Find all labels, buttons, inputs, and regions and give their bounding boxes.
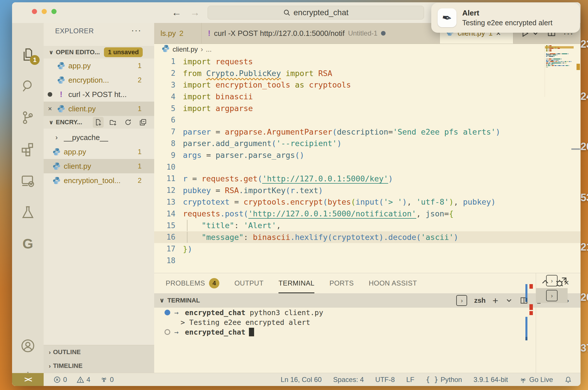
modified-dot-icon[interactable] — [381, 31, 386, 36]
launch-profile-chevron-icon[interactable] — [505, 296, 513, 304]
refresh-icon[interactable] — [123, 117, 134, 128]
line-number: 8 — [154, 139, 183, 148]
terminal-title[interactable]: ∨ TERMINAL — [154, 297, 200, 304]
prompt-directory: encrypted_chat — [185, 328, 245, 336]
line-number: 3 — [154, 81, 183, 89]
warning-file-icon: ! — [56, 90, 66, 99]
status-item-icon[interactable] — [564, 376, 572, 383]
breadcrumb[interactable]: client.py › ... — [154, 44, 581, 55]
breadcrumb-symbol: ... — [206, 45, 212, 53]
panel-tab-terminal[interactable]: TERMINAL — [278, 273, 314, 293]
problem-count-badge: 1 — [138, 105, 142, 113]
chevron-right-icon: › — [49, 363, 51, 369]
status-label: LF — [406, 376, 414, 384]
code-line-17: 17}) — [154, 243, 581, 255]
code-text: "title": 'Alert', — [183, 221, 281, 230]
minimap-line — [546, 59, 571, 59]
problem-count-badge: 1 — [138, 148, 142, 156]
file-row-curl-X-POST-ht-[interactable]: !curl -X POST ht... — [44, 87, 154, 102]
file-row-encryption-[interactable]: encryption...2 — [44, 73, 154, 87]
panel-tab-problems[interactable]: PROBLEMS4 — [166, 273, 219, 293]
minimap-line — [546, 61, 571, 62]
panel-tab-hoon-assist[interactable]: HOON ASSIST — [369, 273, 417, 293]
code-line-9: 9args = parser.parse_args() — [154, 149, 581, 161]
macos-notification[interactable]: ✒ Alert Testing e2ee encrypted alert — [431, 3, 580, 33]
status-item-go-live[interactable]: Go Live — [519, 376, 553, 384]
terminal-line: > Testing e2ee encrypted alert — [154, 317, 581, 327]
problem-count-badge: 1 — [138, 62, 142, 70]
remote-indicator[interactable]: >< — [12, 373, 44, 386]
code-line-18: 18 — [154, 255, 581, 267]
warning-icon: ! — [208, 29, 210, 38]
new-terminal-button[interactable]: + — [492, 295, 498, 306]
braces-icon: { } — [426, 376, 438, 384]
editor-tab-curl[interactable]: !curl -X POST http://127.0.0.1:5000/noti… — [202, 23, 440, 44]
line-number: 15 — [154, 221, 183, 230]
file-row--pycache-[interactable]: ›__pycache__ — [44, 130, 154, 145]
code-text: import binascii — [183, 92, 253, 101]
close-editor-icon[interactable]: × — [44, 105, 56, 113]
chevron-right-icon: › — [201, 45, 203, 53]
line-number: 12 — [154, 186, 183, 195]
explorer-icon[interactable]: 1 — [12, 40, 44, 69]
open-editors-section-header[interactable]: ∨ OPEN EDITO... 1 unsaved — [44, 46, 154, 59]
status-item-ln-16-col-60[interactable]: Ln 16, Col 60 — [281, 376, 322, 384]
minimap-line — [546, 48, 571, 49]
code-text: parser = argparse.ArgumentParser(descrip… — [183, 127, 500, 136]
source-control-icon[interactable] — [12, 103, 44, 132]
status-label: 0 — [110, 376, 114, 384]
status-item-utf-8[interactable]: UTF-8 — [375, 376, 395, 384]
extensions-icon[interactable] — [12, 135, 44, 164]
zoom-window-button[interactable] — [51, 9, 57, 14]
timeline-section[interactable]: › TIMELINE — [44, 359, 154, 373]
status-item-3-9-1-64-bit[interactable]: 3.9.1 64-bit — [473, 376, 508, 384]
status-item-python[interactable]: { }Python — [426, 376, 462, 384]
command-center-search[interactable]: encrypted_chat — [208, 6, 424, 20]
shell-name: zsh — [474, 296, 486, 304]
minimize-window-button[interactable] — [42, 9, 47, 14]
status-label: 3.9.1 64-bit — [473, 376, 508, 384]
status-item-4[interactable]: 4 — [77, 376, 90, 384]
minimap-line — [546, 57, 571, 58]
file-row-client-py[interactable]: client.py1 — [44, 159, 154, 173]
terminal-output-text: > Testing e2ee encrypted alert — [165, 318, 310, 327]
sidebar-more-actions-icon[interactable]: ··· — [131, 25, 142, 35]
file-row-app-py[interactable]: app.py1 — [44, 59, 154, 73]
minimap[interactable] — [545, 45, 571, 97]
testing-beaker-icon[interactable] — [12, 198, 44, 227]
debug-console-icon[interactable] — [555, 275, 568, 288]
line-number: 2 — [154, 69, 183, 77]
panel-tab-ports[interactable]: PORTS — [329, 273, 354, 293]
panel-tab-output[interactable]: OUTPUT — [234, 273, 264, 293]
file-row-client-py[interactable]: ×client.py1 — [44, 102, 154, 116]
code-line-6: 6 — [154, 114, 581, 126]
terminal-output[interactable]: →encrypted_chat python3 client.py> Testi… — [154, 308, 581, 373]
search-sidebar-icon[interactable] — [12, 72, 44, 100]
scrollbar-handle[interactable] — [571, 148, 580, 150]
collapse-folders-icon[interactable] — [138, 117, 148, 128]
folder-section-header[interactable]: ∨ ENCRY... — [44, 116, 154, 129]
file-row-encryption-tool-[interactable]: encryption_tool...2 — [44, 173, 154, 188]
line-number: 17 — [154, 245, 183, 253]
account-icon[interactable] — [12, 331, 44, 360]
outline-section[interactable]: › OUTLINE — [44, 345, 154, 359]
remote-explorer-icon[interactable] — [12, 166, 44, 195]
status-label: Spaces: 4 — [333, 376, 364, 384]
file-name: client.py — [68, 104, 96, 113]
close-window-button[interactable] — [32, 9, 37, 14]
status-item-0[interactable]: 0 — [53, 376, 67, 384]
new-folder-icon[interactable] — [108, 117, 119, 128]
editor-tab-ls.py[interactable]: ls.py2 — [154, 23, 202, 44]
status-item-lf[interactable]: LF — [406, 376, 414, 384]
warning-triangle-icon — [77, 376, 84, 383]
new-file-icon[interactable] — [93, 117, 104, 128]
back-arrow-button[interactable]: ← — [172, 7, 181, 18]
forward-arrow-button[interactable]: → — [190, 7, 200, 18]
terminal-instance-item-selected[interactable]: › — [536, 288, 568, 303]
open-editors-label: OPEN EDITO... — [56, 48, 100, 56]
gitlens-icon[interactable]: G — [12, 230, 44, 258]
status-item-0[interactable]: 0 — [100, 376, 114, 384]
file-row-app-py[interactable]: app.py1 — [44, 145, 154, 159]
status-item-spaces-4[interactable]: Spaces: 4 — [333, 376, 364, 384]
minimap-line — [546, 53, 571, 54]
